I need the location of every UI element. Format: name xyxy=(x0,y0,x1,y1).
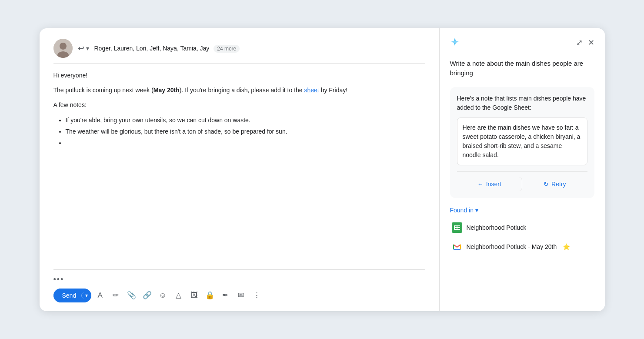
ai-response-actions: ← Insert ↻ Retry xyxy=(457,171,587,191)
recipients-text: Roger, Lauren, Lori, Jeff, Naya, Tamia, … xyxy=(94,45,210,52)
ai-response-intro: Here's a note that lists main dishes peo… xyxy=(457,94,587,112)
app-container: ↩ ▾ Roger, Lauren, Lori, Jeff, Naya, Tam… xyxy=(0,0,644,339)
body-bold: May 20th xyxy=(153,87,180,94)
star-icon: ⭐ xyxy=(563,243,570,250)
found-in-item-sheets[interactable]: Neighborhood Potluck xyxy=(450,219,594,236)
attachment-icon[interactable]: 📎 xyxy=(124,289,138,302)
found-in-chevron: ▾ xyxy=(475,207,478,214)
found-in-sheets-label: Neighborhood Potluck xyxy=(467,224,527,231)
insert-arrow-icon: ← xyxy=(477,181,484,188)
send-dropdown-button[interactable]: ▾ xyxy=(81,292,91,299)
bullet-item-1: If you're able, bring your own utensils,… xyxy=(66,115,425,125)
avatar xyxy=(53,39,73,58)
retry-button[interactable]: ↻ Retry xyxy=(522,177,587,191)
retry-label: Retry xyxy=(551,181,566,188)
insert-label: Insert xyxy=(486,181,501,188)
gmail-icon xyxy=(452,242,462,252)
body-main: The potluck is coming up next week (May … xyxy=(53,85,425,95)
signature-icon[interactable]: ✒ xyxy=(218,289,232,302)
drive-icon[interactable]: △ xyxy=(171,289,185,302)
link-icon[interactable]: 🔗 xyxy=(140,289,154,302)
more-badge[interactable]: 24 more xyxy=(214,45,240,53)
found-in-gmail-label: Neighborhood Potluck - May 20th xyxy=(467,243,557,250)
toolbar: Send ▾ A ✏ 📎 🔗 ☺ △ 🖼 🔒 ✒ ✉ ⋮ xyxy=(53,289,425,302)
body-pre: The potluck is coming up next week ( xyxy=(53,87,153,94)
send-button-wrapper[interactable]: Send ▾ xyxy=(53,289,92,302)
sheets-icon xyxy=(452,222,462,233)
ai-response-card: Here's a note that lists main dishes peo… xyxy=(450,87,594,198)
ai-panel-header: ⤢ ✕ xyxy=(450,37,594,48)
expand-icon[interactable]: ⤢ xyxy=(576,38,583,47)
mail-icon[interactable]: ✉ xyxy=(234,289,248,302)
lock-icon[interactable]: 🔒 xyxy=(203,289,217,302)
compose-area: ••• Send ▾ A ✏ 📎 🔗 ☺ △ 🖼 🔒 ✒ ✉ xyxy=(53,269,425,302)
found-in-header[interactable]: Found in ▾ xyxy=(450,207,594,214)
bullet-item-2: The weather will be glorious, but there … xyxy=(66,127,425,136)
found-in-item-gmail[interactable]: Neighborhood Potluck - May 20th ⭐ xyxy=(450,238,594,255)
svg-point-1 xyxy=(60,43,67,50)
image-icon[interactable]: 🖼 xyxy=(187,289,201,302)
insert-button[interactable]: ← Insert xyxy=(457,177,523,191)
ai-response-text: Here are the main dishes we have so far:… xyxy=(457,117,587,165)
close-icon[interactable]: ✕ xyxy=(588,38,594,47)
svg-marker-4 xyxy=(451,40,459,43)
main-card: ↩ ▾ Roger, Lauren, Lori, Jeff, Naya, Tam… xyxy=(40,28,605,311)
ai-diamond-icon xyxy=(450,37,460,48)
chevron-down-icon[interactable]: ▾ xyxy=(86,45,89,52)
bullet-item-3 xyxy=(66,138,425,148)
retry-icon: ↻ xyxy=(544,181,549,188)
body-end: by Friday! xyxy=(319,87,347,94)
body-greeting: Hi everyone! xyxy=(53,70,425,80)
send-button[interactable]: Send xyxy=(53,289,82,302)
ai-panel: ⤢ ✕ Write a note about the main dishes p… xyxy=(440,28,605,311)
found-in-label: Found in xyxy=(450,207,474,214)
svg-rect-10 xyxy=(457,225,457,230)
email-header: ↩ ▾ Roger, Lauren, Lori, Jeff, Naya, Tam… xyxy=(53,39,425,64)
email-actions: ↩ ▾ xyxy=(78,44,89,53)
ellipsis-dots: ••• xyxy=(53,275,425,284)
ai-prompt: Write a note about the main dishes peopl… xyxy=(450,59,594,78)
sheet-link[interactable]: sheet xyxy=(304,87,319,94)
email-panel: ↩ ▾ Roger, Lauren, Lori, Jeff, Naya, Tam… xyxy=(40,28,440,311)
emoji-icon[interactable]: ☺ xyxy=(156,289,170,302)
body-post: ). If you're bringing a dish, please add… xyxy=(180,87,304,94)
pen-icon[interactable]: ✏ xyxy=(109,289,123,302)
recipients-label: Roger, Lauren, Lori, Jeff, Naya, Tamia, … xyxy=(94,45,425,52)
bullet-list: If you're able, bring your own utensils,… xyxy=(57,115,425,148)
email-body: Hi everyone! The potluck is coming up ne… xyxy=(53,70,425,266)
body-notes-header: A few notes: xyxy=(53,100,425,110)
svg-rect-9 xyxy=(454,225,455,230)
more-options-icon[interactable]: ⋮ xyxy=(250,289,264,302)
format-text-icon[interactable]: A xyxy=(93,289,107,302)
reply-icon[interactable]: ↩ xyxy=(78,44,84,53)
found-in-section: Found in ▾ Neighborhood Potluck xyxy=(450,207,594,257)
